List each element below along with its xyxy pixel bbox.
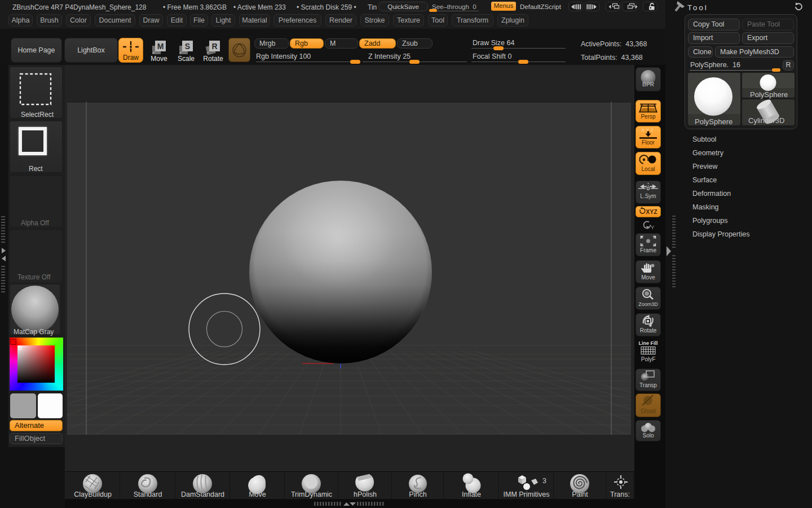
svg-text:S: S	[185, 42, 190, 51]
svg-text:Move: Move	[641, 274, 655, 281]
svg-text:Solo: Solo	[642, 432, 654, 439]
svg-text:L.Sym: L.Sym	[640, 193, 656, 199]
svg-text:Persp: Persp	[641, 113, 656, 120]
svg-text:Frame: Frame	[640, 247, 656, 253]
svg-text:PolyF: PolyF	[641, 356, 656, 362]
svg-text:Transp: Transp	[639, 382, 657, 388]
svg-text:M: M	[157, 42, 164, 51]
svg-text:Floor: Floor	[642, 139, 655, 146]
svg-text:XYZ: XYZ	[646, 208, 657, 215]
svg-text:Ghost: Ghost	[641, 408, 656, 414]
svg-text:Y: Y	[651, 224, 655, 230]
svg-text:R: R	[211, 42, 217, 51]
svg-text:Local: Local	[642, 166, 655, 172]
svg-text:Move: Move	[151, 55, 167, 63]
svg-text:Rotate: Rotate	[203, 55, 223, 63]
svg-text:Zoom3D: Zoom3D	[638, 301, 658, 307]
svg-text:Scale: Scale	[178, 55, 195, 63]
svg-text:Rotate: Rotate	[640, 327, 657, 334]
svg-text:Draw: Draw	[123, 54, 139, 62]
svg-text:3: 3	[542, 477, 546, 485]
svg-text:BPR: BPR	[642, 81, 655, 87]
